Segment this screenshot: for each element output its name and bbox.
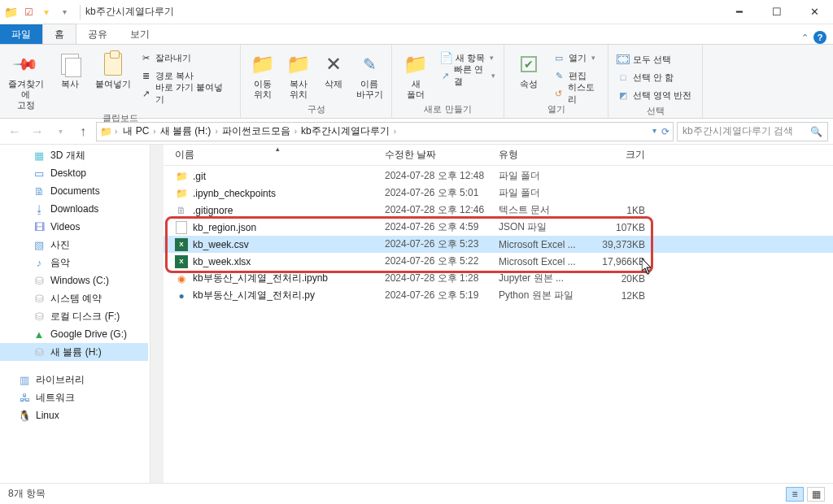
shortcut-icon: ↗ — [139, 87, 152, 100]
window-controls: ━ ☐ ✕ — [721, 0, 833, 24]
select-none-button[interactable]: □선택 안 함 — [613, 69, 695, 85]
paste-shortcut-button[interactable]: ↗바로 가기 붙여넣기 — [136, 85, 235, 102]
tab-file[interactable]: 파일 — [0, 24, 42, 44]
nav-label: Documents — [50, 185, 100, 197]
file-row[interactable]: 📁.ipynb_checkpoints2024-07-26 오후 5:01파일 … — [164, 185, 833, 202]
file-date: 2024-07-26 오후 5:22 — [385, 254, 499, 268]
title-bar: 📁 ☑ ▾ ▾ kb주간시계열다루기 ━ ☐ ✕ — [0, 0, 833, 24]
open-icon: ▭ — [552, 51, 565, 64]
refresh-icon[interactable]: ⟳ — [661, 126, 669, 137]
nav-item[interactable]: ⛁로컬 디스크 (F:) — [0, 307, 148, 325]
move-to-button[interactable]: 📁이동 위치 — [246, 48, 280, 100]
file-row[interactable]: Xkb_week.csv2024-07-26 오후 5:23Microsoft … — [164, 236, 833, 253]
file-name: kb부동산_시계열_전처리.ipynb — [193, 272, 328, 285]
forward-button[interactable]: → — [28, 122, 47, 141]
nav-item[interactable]: ▧사진 — [0, 236, 148, 254]
nav-item[interactable]: ⛁새 볼륨 (H:) — [0, 343, 148, 361]
nav-item[interactable]: ⭳Downloads — [0, 200, 148, 218]
nav-label: 로컬 디스크 (F:) — [50, 310, 120, 324]
help-icon[interactable]: ? — [813, 31, 826, 44]
breadcrumb-item[interactable]: 새 볼륨 (H:) — [157, 124, 215, 138]
group-new-label: 새로 만들기 — [392, 102, 504, 118]
open-button[interactable]: ▭열기▾ — [549, 50, 603, 66]
col-header-date[interactable]: 수정한 날짜 — [385, 148, 499, 162]
ribbon-collapse-icon[interactable]: ⌃ — [801, 33, 809, 43]
tab-share[interactable]: 공유 — [76, 24, 119, 44]
nav-item[interactable]: 🎞Videos — [0, 218, 148, 236]
nav-item[interactable]: ▲Google Drive (G:) — [0, 325, 148, 343]
col-header-size[interactable]: 크기 — [595, 148, 653, 162]
search-placeholder: kb주간시계열다루기 검색 — [683, 124, 807, 138]
file-row[interactable]: kb_region.json2024-07-26 오후 4:59JSON 파일1… — [164, 219, 833, 236]
nav-icon: ♪ — [33, 256, 46, 269]
nav-label: 네트워크 — [36, 391, 75, 405]
invert-selection-button[interactable]: ◩선택 영역 반전 — [613, 87, 695, 103]
copy-to-button[interactable]: 📁복사 위치 — [281, 48, 316, 100]
address-dropdown-icon[interactable]: ▾ — [652, 126, 656, 137]
delete-icon: ✕ — [325, 53, 342, 76]
properties-button[interactable]: ✔속성 — [509, 48, 547, 89]
select-all-button[interactable]: 모두 선택 — [613, 51, 695, 67]
pin-button[interactable]: 📌 즐겨찾기에 고정 — [5, 48, 47, 111]
minimize-button[interactable]: ━ — [721, 0, 758, 24]
cut-button[interactable]: ✂잘라내기 — [136, 50, 235, 66]
up-button[interactable]: ↑ — [73, 122, 93, 141]
nav-label: 음악 — [50, 256, 70, 270]
file-date: 2024-07-28 오후 1:28 — [385, 272, 499, 285]
folder-icon: 📁 — [3, 5, 18, 20]
file-row[interactable]: Xkb_week.xlsx2024-07-26 오후 5:22Microsoft… — [164, 253, 833, 270]
copy-button[interactable]: 복사 — [49, 48, 91, 89]
back-button[interactable]: ← — [5, 122, 24, 141]
rename-button[interactable]: ✎이름 바꾸기 — [352, 48, 386, 100]
sidebar-scrollbar[interactable] — [150, 145, 164, 483]
breadcrumb-item[interactable]: 내 PC — [120, 124, 152, 138]
file-name: kb부동산_시계열_전처리.py — [193, 289, 315, 302]
breadcrumb-item[interactable]: 파이썬코드모음 — [219, 124, 294, 138]
qat-checkbox[interactable]: ☑ — [21, 5, 36, 20]
clipboard-icon — [104, 53, 122, 76]
recent-dropdown[interactable]: ▾ — [50, 122, 70, 141]
icons-view-toggle[interactable]: ▦ — [807, 487, 825, 502]
tab-view[interactable]: 보기 — [119, 24, 161, 44]
select-all-icon — [617, 53, 630, 66]
new-folder-button[interactable]: 📁새 폴더 — [397, 48, 434, 100]
nav-item[interactable]: ♪음악 — [0, 254, 148, 272]
address-folder-icon: 📁 — [100, 126, 112, 137]
search-icon: 🔍 — [810, 126, 822, 137]
qat-dropdown[interactable]: ▾ — [57, 5, 72, 20]
maximize-button[interactable]: ☐ — [758, 0, 796, 24]
nav-icon: ▧ — [33, 238, 46, 251]
nav-item[interactable]: ▦3D 개체 — [0, 146, 148, 164]
file-row[interactable]: ◉kb부동산_시계열_전처리.ipynb2024-07-28 오후 1:28Ju… — [164, 270, 833, 287]
close-button[interactable]: ✕ — [796, 0, 833, 24]
nav-item[interactable]: 🖧네트워크 — [0, 389, 148, 406]
col-header-type[interactable]: 유형 — [499, 148, 595, 162]
nav-icon: ⛁ — [33, 345, 46, 358]
qat-folder[interactable]: ▾ — [39, 5, 54, 20]
nav-item[interactable]: 🗎Documents — [0, 182, 148, 200]
file-type: Python 원본 파일 — [499, 289, 595, 302]
details-view-toggle[interactable]: ≡ — [786, 487, 804, 502]
file-type: 파일 폴더 — [499, 169, 595, 183]
breadcrumb-item[interactable]: kb주간시계열다루기 — [298, 124, 393, 138]
chevron-right-icon: › — [214, 127, 218, 136]
nav-item[interactable]: ⛁시스템 예약 — [0, 289, 148, 307]
search-box[interactable]: kb주간시계열다루기 검색 🔍 — [677, 122, 828, 141]
xls-icon: X — [175, 255, 188, 268]
address-bar[interactable]: 📁 › 내 PC›새 볼륨 (H:)›파이썬코드모음›kb주간시계열다루기› ▾… — [96, 122, 674, 141]
file-row[interactable]: ●kb부동산_시계열_전처리.py2024-07-26 오후 5:19Pytho… — [164, 287, 833, 304]
history-button[interactable]: ↺히스토리 — [549, 85, 603, 102]
nav-item[interactable]: 🐧Linux — [0, 406, 148, 424]
file-row[interactable]: 🗎.gitignore2024-07-28 오후 12:46텍스트 문서1KB — [164, 202, 833, 219]
tab-home[interactable]: 홈 — [42, 24, 76, 44]
paste-button[interactable]: 붙여넣기 — [93, 48, 135, 89]
nav-label: Windows (C:) — [50, 275, 109, 286]
col-header-name[interactable]: 이름 — [175, 148, 385, 162]
nav-label: Videos — [50, 221, 80, 232]
file-row[interactable]: 📁.git2024-07-28 오후 12:48파일 폴더 — [164, 167, 833, 185]
delete-button[interactable]: ✕삭제 — [317, 48, 351, 89]
nav-item[interactable]: ⛁Windows (C:) — [0, 272, 148, 289]
nav-item[interactable]: ▭Desktop — [0, 164, 148, 182]
easy-access-button[interactable]: ↗빠른 연결▾ — [436, 67, 499, 84]
nav-item[interactable]: ▥라이브러리 — [0, 371, 148, 389]
